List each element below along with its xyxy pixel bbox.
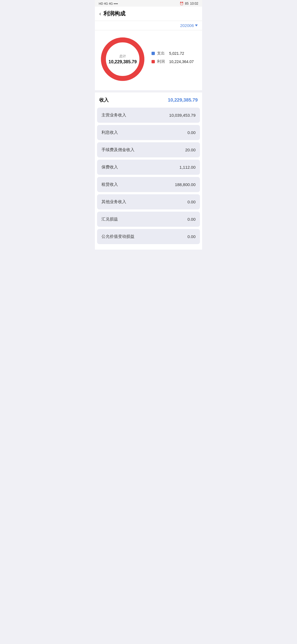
income-rows: 主营业务收入 10,039,453.79 利息收入 0.00 手续费及佣金收入 … <box>95 107 202 244</box>
row-name: 保费收入 <box>101 165 118 170</box>
row-name: 汇兑损益 <box>101 217 118 222</box>
row-value: 20.00 <box>185 148 196 152</box>
row-name: 其他业务收入 <box>101 199 126 204</box>
income-row[interactable]: 利息收入 0.00 <box>97 125 200 140</box>
profit-label: 利润 <box>157 59 167 64</box>
chevron-down-icon <box>195 24 198 26</box>
income-row[interactable]: 主营业务收入 10,039,453.79 <box>97 108 200 123</box>
page-title: 利润构成 <box>103 10 125 17</box>
battery-percent: 85 <box>185 2 189 6</box>
row-name: 主营业务收入 <box>101 113 126 118</box>
income-row[interactable]: 手续费及佣金收入 20.00 <box>97 142 200 157</box>
row-value: 0.00 <box>188 217 196 222</box>
status-right: ⏰ 85 10:02 <box>180 2 198 6</box>
income-row[interactable]: 保费收入 1,112.00 <box>97 160 200 175</box>
chart-legend: 支出 5,021.72 利润 10,224,364.07 <box>152 51 198 67</box>
income-header: 收入 10,229,385.79 <box>95 92 202 107</box>
income-section: 收入 10,229,385.79 主营业务收入 10,039,453.79 利息… <box>95 92 202 250</box>
period-selector: 202006 <box>95 21 202 30</box>
profit-value: 10,224,364.07 <box>169 59 194 64</box>
row-value: 188,800.00 <box>175 182 196 187</box>
income-row[interactable]: 汇兑损益 0.00 <box>97 212 200 227</box>
row-name: 公允价值变动损益 <box>101 234 134 239</box>
period-button[interactable]: 202006 <box>180 23 198 28</box>
row-value: 0.00 <box>188 234 196 239</box>
row-value: 1,112.00 <box>180 165 196 170</box>
back-button[interactable]: ‹ <box>99 10 101 17</box>
network-icons: HD 4G 4G ▪▪▪▪ <box>99 2 118 5</box>
legend-item-profit: 利润 10,224,364.07 <box>152 59 198 64</box>
donut-total-label: 总计 <box>109 54 137 59</box>
row-value: 0.00 <box>188 130 196 135</box>
row-value: 0.00 <box>188 200 196 204</box>
income-row[interactable]: 公允价值变动损益 0.00 <box>97 229 200 244</box>
row-name: 利息收入 <box>101 130 118 135</box>
legend-item-expense: 支出 5,021.72 <box>152 51 198 56</box>
section-divider <box>95 90 202 92</box>
period-value: 202006 <box>180 23 194 28</box>
row-name: 手续费及佣金收入 <box>101 147 134 152</box>
income-row[interactable]: 其他业务收入 0.00 <box>97 194 200 209</box>
expense-label: 支出 <box>157 51 167 56</box>
income-row[interactable]: 租赁收入 188,800.00 <box>97 177 200 192</box>
chart-section: 总计 10,229,385.79 支出 5,021.72 利润 10,224,3… <box>95 30 202 90</box>
profit-dot <box>152 60 155 63</box>
income-total: 10,229,385.79 <box>168 97 198 103</box>
expense-dot <box>152 52 155 55</box>
status-bar: HD 4G 4G ▪▪▪▪ ⏰ 85 10:02 <box>95 0 202 7</box>
income-label: 收入 <box>99 97 109 103</box>
status-left: HD 4G 4G ▪▪▪▪ <box>99 2 118 5</box>
donut-center: 总计 10,229,385.79 <box>109 54 137 64</box>
row-value: 10,039,453.79 <box>169 113 196 118</box>
donut-total-value: 10,229,385.79 <box>109 59 137 64</box>
donut-chart: 总计 10,229,385.79 <box>99 36 146 83</box>
nav-bar: ‹ 利润构成 <box>95 7 202 21</box>
time: 10:02 <box>190 2 198 6</box>
expense-value: 5,021.72 <box>169 51 184 56</box>
row-name: 租赁收入 <box>101 182 118 187</box>
alarm-icon: ⏰ <box>180 2 184 6</box>
